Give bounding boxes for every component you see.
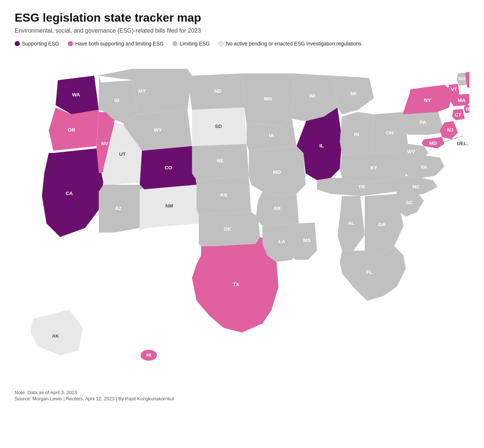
state-me — [466, 69, 469, 92]
state-ne — [192, 144, 249, 180]
state-mi — [333, 76, 374, 114]
state-fl — [340, 246, 406, 301]
state-sd — [192, 107, 247, 146]
legend-dot-both — [68, 41, 73, 46]
legend-dot-supporting — [15, 41, 20, 46]
state-ny — [403, 85, 453, 114]
legend-label-supporting: Supporting ESG — [22, 41, 59, 47]
state-wa — [56, 76, 99, 114]
state-co — [140, 146, 197, 190]
legend-item-limiting: Limiting ESG — [172, 41, 210, 47]
state-ca — [42, 148, 103, 237]
footer-note: Note: Data as of April 3, 2023 — [15, 390, 469, 395]
state-mo — [249, 146, 306, 196]
legend-dot-none — [219, 41, 224, 46]
legend-dot-limiting — [172, 41, 177, 46]
state-vt — [448, 84, 459, 95]
legend-label-both: Have both supporting and limiting ESG — [75, 41, 164, 47]
legend-item-both: Have both supporting and limiting ESG — [68, 41, 164, 47]
state-nd — [187, 73, 244, 110]
legend-label-none: No active pending or enacted ESG investi… — [226, 41, 362, 47]
state-md — [422, 137, 444, 148]
state-tx — [192, 237, 279, 333]
state-hi — [140, 350, 157, 361]
state-al — [337, 196, 364, 251]
state-ct — [452, 109, 465, 120]
state-ak — [30, 310, 83, 355]
state-nh — [456, 73, 467, 86]
footer: Note: Data as of April 3, 2023 Source: M… — [15, 390, 469, 401]
state-va — [401, 155, 444, 178]
state-ok — [199, 212, 260, 246]
state-ri — [464, 105, 469, 113]
state-in — [340, 112, 374, 154]
state-nc — [397, 176, 438, 196]
legend: Supporting ESG Have both supporting and … — [15, 41, 469, 47]
us-map: WA OR CA NV ID MT WY UT CO AZ NM ND SD N… — [15, 54, 469, 384]
state-az — [99, 185, 144, 232]
state-nj — [440, 121, 458, 139]
footer-source: Source: Morgan Lewis | Reuters, April 12… — [15, 396, 469, 401]
map-container: WA OR CA NV ID MT WY UT CO AZ NM ND SD N… — [15, 54, 469, 384]
subtitle: Environmental, social, and governance (E… — [15, 27, 469, 34]
state-ma — [450, 94, 469, 106]
page-title: ESG legislation state tracker map — [15, 11, 469, 25]
legend-item-supporting: Supporting ESG — [15, 41, 59, 47]
state-mn — [242, 73, 294, 126]
state-or — [49, 107, 99, 151]
state-nm — [140, 185, 201, 230]
svg-line-0 — [458, 139, 462, 144]
state-ar — [256, 192, 299, 226]
legend-item-none: No active pending or enacted ESG investi… — [219, 41, 362, 47]
state-ks — [197, 176, 251, 214]
legend-label-limiting: Limiting ESG — [180, 41, 210, 47]
label-del: DEL. — [457, 141, 468, 146]
